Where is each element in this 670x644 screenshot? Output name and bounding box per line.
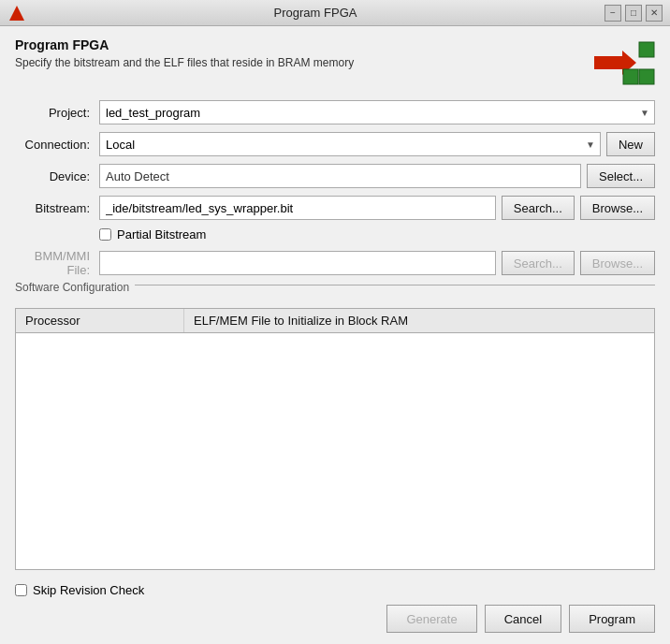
bmm-control-group: Search... Browse... [99, 251, 655, 275]
title-bar-logo [7, 4, 26, 22]
device-label: Device: [15, 169, 99, 183]
table-col-elf: ELF/MEM File to Initialize in Block RAM [184, 309, 654, 332]
connection-select[interactable]: Local [99, 132, 601, 156]
dialog-title: Program FPGA [15, 37, 354, 52]
bmm-search-button[interactable]: Search... [502, 251, 575, 275]
fpga-diagram-icon [590, 37, 655, 89]
program-button[interactable]: Program [569, 605, 655, 633]
generate-button[interactable]: Generate [386, 605, 476, 633]
connection-row: Connection: Local ▼ New [15, 132, 655, 156]
skip-revision-label: Skip Revision Check [33, 583, 144, 597]
fpga-icon-svg [590, 37, 655, 89]
bmm-label: BMM/MMI File: [15, 249, 99, 277]
software-config-table: Processor ELF/MEM File to Initialize in … [15, 308, 655, 570]
project-control-group: led_test_program ▼ [99, 100, 655, 124]
dialog-body: Program FPGA Specify the bitstream and t… [0, 26, 670, 644]
header-row: Program FPGA Specify the bitstream and t… [15, 37, 655, 89]
title-bar: Program FPGA − □ ✕ [0, 0, 670, 26]
device-control-group: Auto Detect Select... [99, 164, 655, 188]
bitstream-input[interactable]: _ide/bitstream/led_sys_wrapper.bit [99, 196, 496, 220]
connection-label: Connection: [15, 138, 99, 152]
select-button[interactable]: Select... [587, 164, 655, 188]
footer: Skip Revision Check Generate Cancel Prog… [15, 579, 655, 633]
maximize-button[interactable]: □ [625, 5, 642, 22]
footer-row: Skip Revision Check [15, 583, 655, 597]
project-label: Project: [15, 106, 99, 120]
cancel-button[interactable]: Cancel [485, 605, 561, 633]
title-bar-title: Program FPGA [26, 6, 604, 20]
project-select[interactable]: led_test_program [99, 100, 655, 124]
bmm-input[interactable] [99, 251, 496, 275]
connection-control-group: Local ▼ New [99, 132, 655, 156]
footer-buttons: Generate Cancel Program [15, 597, 655, 633]
bitstream-control-group: _ide/bitstream/led_sys_wrapper.bit Searc… [99, 196, 655, 220]
software-config-label: Software Configuration [15, 285, 655, 302]
partial-bitstream-checkbox[interactable] [99, 228, 111, 241]
bmm-row: BMM/MMI File: Search... Browse... [15, 249, 655, 277]
connection-select-wrapper: Local ▼ [99, 132, 601, 156]
dialog-subtitle: Specify the bitstream and the ELF files … [15, 56, 354, 69]
header-icon [590, 37, 655, 89]
svg-rect-3 [639, 42, 654, 57]
title-bar-controls: − □ ✕ [604, 5, 663, 22]
skip-revision-row: Skip Revision Check [15, 583, 655, 597]
partial-bitstream-row: Partial Bitstream [99, 227, 655, 242]
table-col-processor: Processor [16, 309, 184, 332]
table-body [16, 333, 654, 502]
device-row: Device: Auto Detect Select... [15, 164, 655, 188]
minimize-button[interactable]: − [604, 5, 621, 22]
device-field: Auto Detect [99, 164, 581, 188]
partial-bitstream-label: Partial Bitstream [117, 227, 206, 242]
skip-revision-checkbox[interactable] [15, 584, 27, 596]
bitstream-row: Bitstream: _ide/bitstream/led_sys_wrappe… [15, 196, 655, 220]
project-row: Project: led_test_program ▼ [15, 100, 655, 124]
svg-rect-4 [623, 69, 638, 84]
new-button[interactable]: New [606, 132, 655, 156]
bmm-browse-button[interactable]: Browse... [580, 251, 655, 275]
header-text: Program FPGA Specify the bitstream and t… [15, 37, 354, 69]
bitstream-search-button[interactable]: Search... [502, 196, 575, 220]
table-header: Processor ELF/MEM File to Initialize in … [16, 309, 654, 333]
software-config-section: Software Configuration Processor ELF/MEM… [15, 285, 655, 570]
project-select-wrapper: led_test_program ▼ [99, 100, 655, 124]
close-button[interactable]: ✕ [646, 5, 663, 22]
bitstream-label: Bitstream: [15, 201, 99, 215]
svg-rect-5 [639, 69, 654, 84]
bitstream-browse-button[interactable]: Browse... [580, 196, 655, 220]
